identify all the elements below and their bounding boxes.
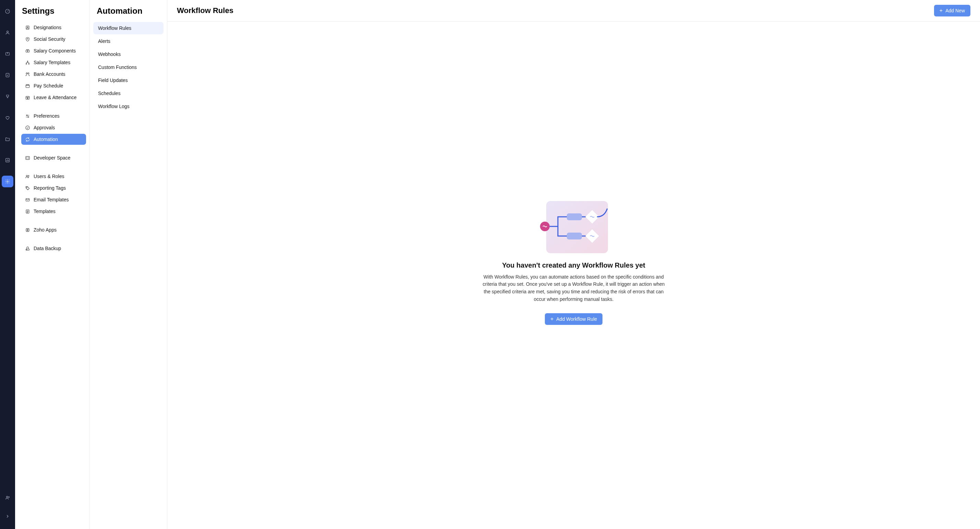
settings-item-label: Developer Space	[33, 155, 70, 161]
users-icon	[25, 174, 30, 179]
settings-item-label: Approvals	[33, 125, 55, 131]
settings-item-leave-attendance[interactable]: Leave & Attendance	[21, 92, 86, 103]
svg-point-32	[26, 249, 27, 250]
subnav-item-workflow-rules[interactable]: Workflow Rules	[93, 22, 164, 34]
settings-spacer	[21, 104, 86, 110]
subnav-item-schedules[interactable]: Schedules	[93, 87, 164, 99]
settings-item-salary-components[interactable]: Salary Components	[21, 45, 86, 56]
svg-point-1	[7, 31, 9, 33]
mail-icon	[25, 197, 30, 202]
subnav-item-workflow-logs[interactable]: Workflow Logs	[93, 100, 164, 113]
svg-point-26	[28, 175, 29, 176]
add-new-button[interactable]: + Add New	[934, 5, 970, 16]
settings-item-label: Automation	[33, 137, 58, 142]
svg-rect-11	[26, 50, 29, 52]
rail-documents-icon[interactable]	[2, 133, 13, 145]
svg-point-25	[26, 175, 27, 176]
rail-profile-icon[interactable]	[2, 492, 13, 504]
settings-spacer	[21, 164, 86, 170]
settings-item-approvals[interactable]: Approvals	[21, 122, 86, 133]
settings-panel: Settings DesignationsSocial SecuritySala…	[15, 0, 90, 529]
page-title: Workflow Rules	[177, 6, 234, 15]
bank-icon	[25, 71, 30, 77]
add-workflow-rule-button[interactable]: + Add Workflow Rule	[545, 313, 603, 325]
subnav-item-label: Workflow Rules	[98, 25, 131, 31]
settings-item-bank-accounts[interactable]: Bank Accounts	[21, 69, 86, 80]
settings-item-label: Salary Templates	[33, 60, 70, 65]
subnav-item-field-updates[interactable]: Field Updates	[93, 74, 164, 86]
calendar-icon	[25, 83, 30, 89]
subnav-item-custom-functions[interactable]: Custom Functions	[93, 61, 164, 73]
settings-item-data-backup[interactable]: Data Backup	[21, 243, 86, 254]
settings-item-label: Designations	[33, 25, 61, 30]
svg-point-16	[26, 73, 27, 74]
svg-point-23	[25, 126, 29, 129]
rail-dashboard-icon[interactable]	[2, 5, 13, 17]
empty-heading: You haven't created any Workflow Rules y…	[502, 261, 645, 269]
svg-rect-24	[25, 156, 29, 159]
org-icon	[25, 60, 30, 65]
settings-item-developer-space[interactable]: Developer Space	[21, 152, 86, 163]
empty-state: You haven't created any Workflow Rules y…	[167, 22, 980, 529]
rail-expand-icon[interactable]	[2, 510, 13, 522]
rail-approvals-icon[interactable]	[2, 69, 13, 81]
rail-inbox-icon[interactable]	[2, 48, 13, 60]
rail-loans-icon[interactable]	[2, 91, 13, 102]
svg-point-27	[26, 187, 27, 188]
settings-item-label: Bank Accounts	[33, 71, 65, 77]
subnav-item-label: Webhooks	[98, 51, 121, 57]
rail-benefits-icon[interactable]	[2, 112, 13, 124]
svg-point-10	[27, 38, 28, 40]
backup-icon	[25, 245, 30, 251]
settings-item-social-security[interactable]: Social Security	[21, 33, 86, 45]
code-icon	[25, 155, 30, 161]
svg-point-5	[7, 181, 8, 182]
add-workflow-rule-label: Add Workflow Rule	[556, 316, 597, 322]
refresh-icon	[25, 137, 30, 142]
settings-item-label: Salary Components	[33, 48, 76, 54]
settings-item-preferences[interactable]: Preferences	[21, 110, 86, 121]
settings-item-label: Email Templates	[33, 197, 68, 202]
settings-item-label: Data Backup	[33, 245, 61, 251]
settings-item-templates[interactable]: Templates	[21, 206, 86, 217]
icon-rail	[0, 0, 15, 529]
subnav-item-alerts[interactable]: Alerts	[93, 35, 164, 47]
settings-item-label: Zoho Apps	[33, 227, 57, 233]
settings-item-automation[interactable]: Automation	[21, 134, 86, 145]
settings-spacer	[21, 218, 86, 224]
settings-item-label: Pay Schedule	[33, 83, 63, 89]
subnav-item-label: Field Updates	[98, 78, 127, 83]
settings-item-label: Social Security	[33, 37, 65, 42]
settings-item-email-templates[interactable]: Email Templates	[21, 194, 86, 205]
settings-item-zoho-apps[interactable]: Zoho Apps	[21, 225, 86, 235]
subnav-item-label: Custom Functions	[98, 64, 137, 70]
settings-item-label: Users & Roles	[33, 174, 64, 179]
plus-icon: +	[940, 8, 943, 13]
settings-item-label: Leave & Attendance	[33, 95, 76, 100]
settings-title: Settings	[22, 6, 86, 16]
svg-point-7	[9, 497, 10, 498]
subnav-item-label: Workflow Logs	[98, 104, 130, 109]
money-stack-icon	[25, 48, 30, 54]
settings-item-pay-schedule[interactable]: Pay Schedule	[21, 80, 86, 91]
subnav-title: Automation	[97, 6, 164, 16]
subnav-list: Workflow RulesAlertsWebhooksCustom Funct…	[93, 22, 164, 113]
plus-icon: +	[550, 316, 554, 322]
add-new-label: Add New	[945, 8, 965, 13]
tag-icon	[25, 185, 30, 191]
settings-item-designations[interactable]: Designations	[21, 22, 86, 33]
rail-settings-icon[interactable]	[2, 176, 13, 187]
settings-item-label: Reporting Tags	[33, 185, 66, 191]
settings-item-label: Templates	[33, 209, 56, 214]
settings-item-reporting-tags[interactable]: Reporting Tags	[21, 183, 86, 193]
subnav-item-webhooks[interactable]: Webhooks	[93, 48, 164, 61]
main-area: Workflow Rules + Add New	[167, 0, 980, 529]
check-circle-icon	[25, 125, 30, 131]
settings-item-salary-templates[interactable]: Salary Templates	[21, 57, 86, 68]
svg-rect-35	[567, 214, 582, 220]
rail-people-icon[interactable]	[2, 27, 13, 38]
rail-reports-icon[interactable]	[2, 155, 13, 166]
settings-item-users-roles[interactable]: Users & Roles	[21, 171, 86, 182]
settings-item-label: Preferences	[33, 113, 59, 119]
svg-rect-36	[567, 233, 582, 239]
